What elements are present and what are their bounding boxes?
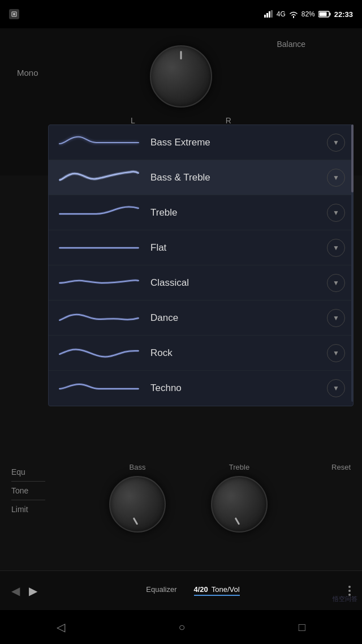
rock-label: Rock [150, 347, 327, 359]
list-item[interactable]: Bass & Treble ▼ [49, 160, 353, 195]
treble-knob-container: Treble [211, 463, 268, 533]
tab-tonevol: 4/20Tone/Vol [194, 585, 240, 596]
list-item[interactable]: Rock ▼ [49, 336, 353, 371]
preset-dropdown: Bass Extreme ▼ Bass & Treble ▼ Treble ▼ [48, 124, 354, 406]
svg-rect-8 [319, 12, 326, 16]
left-labels: Equ Tone Limit [11, 446, 45, 518]
svg-rect-7 [329, 13, 330, 16]
lr-labels: L R [0, 116, 362, 125]
flat-waveform [57, 238, 141, 257]
flat-arrow[interactable]: ▼ [327, 239, 345, 257]
bass-knob-label: Bass [130, 463, 146, 471]
bass-knob[interactable] [109, 476, 166, 533]
nav-tabs: Equalizer 4/20Tone/Vol [146, 585, 239, 596]
notification-icon [9, 9, 19, 19]
list-item[interactable]: Treble ▼ [49, 195, 353, 230]
android-recents[interactable]: □ [299, 621, 305, 634]
equ-label: Equ [11, 463, 45, 482]
bass-extreme-waveform [57, 132, 141, 152]
mono-label: Mono [17, 68, 38, 78]
dot1 [348, 586, 351, 588]
dance-arrow[interactable]: ▼ [327, 309, 345, 327]
list-item[interactable]: Flat ▼ [49, 230, 353, 265]
techno-waveform [57, 379, 141, 398]
treble-label: Treble [150, 207, 327, 218]
app-container: Balance Mono L R Bass Extreme ▼ [0, 28, 362, 644]
list-item[interactable]: Classical ▼ [49, 265, 353, 300]
bass-extreme-arrow[interactable]: ▼ [327, 134, 345, 152]
balance-label: Balance [277, 40, 305, 49]
left-channel-label: L [131, 116, 135, 125]
dance-label: Dance [150, 312, 327, 324]
bass-extreme-label: Bass Extreme [150, 137, 327, 148]
bass-treble-label: Bass & Treble [150, 172, 327, 183]
svg-rect-1 [13, 13, 15, 15]
dance-waveform [57, 308, 141, 328]
android-nav: ◁ ○ □ [0, 610, 362, 644]
right-labels: Reset [331, 446, 351, 471]
rock-waveform [57, 343, 141, 363]
scroll-thumb [351, 124, 354, 192]
watermark: 悟空问答 [328, 593, 362, 606]
battery-percent: 82% [301, 10, 315, 18]
network-label: 4G [277, 10, 286, 18]
treble-arrow[interactable]: ▼ [327, 204, 345, 222]
balance-knob[interactable] [150, 45, 212, 108]
classical-arrow[interactable]: ▼ [327, 274, 345, 292]
treble-waveform [57, 203, 141, 222]
android-home[interactable]: ○ [178, 621, 185, 634]
bass-knob-container: Bass [109, 463, 166, 533]
list-item[interactable]: Dance ▼ [49, 300, 353, 336]
flat-label: Flat [150, 242, 327, 254]
watermark-text: 悟空问答 [333, 595, 357, 603]
svg-rect-2 [264, 15, 266, 18]
bass-treble-arrow[interactable]: ▼ [327, 169, 345, 187]
right-channel-label: R [226, 116, 231, 125]
tab-equalizer[interactable]: Equalizer [146, 585, 176, 596]
tone-label: Tone [11, 482, 45, 500]
classical-waveform [57, 273, 141, 293]
nav-arrows: ◀ ▶ [11, 584, 37, 598]
next-arrow[interactable]: ▶ [29, 584, 37, 598]
scroll-bar [351, 124, 354, 402]
page-indicator: 4/20 [194, 585, 208, 594]
classical-label: Classical [150, 277, 327, 289]
status-left [9, 9, 19, 19]
bottom-nav: ◀ ▶ Equalizer 4/20Tone/Vol [0, 570, 362, 610]
signal-icon [264, 10, 273, 18]
rock-arrow[interactable]: ▼ [327, 344, 345, 362]
android-back[interactable]: ◁ [57, 620, 65, 634]
list-item[interactable]: Techno ▼ [49, 371, 353, 406]
prev-arrow[interactable]: ◀ [11, 584, 20, 598]
svg-rect-5 [271, 10, 273, 18]
reset-label: Reset [331, 463, 351, 471]
bottom-controls-area: Equ Tone Limit Bass Treble Reset [0, 446, 362, 570]
bottom-knobs-area: Bass Treble [45, 446, 331, 533]
wifi-icon [289, 11, 298, 18]
battery-icon [318, 11, 331, 18]
bass-treble-waveform [57, 168, 141, 187]
clock-time: 22:33 [334, 10, 353, 19]
limit-label: Limit [11, 500, 45, 518]
status-bar: 4G 82% 22:33 [0, 0, 362, 28]
dot2 [348, 590, 351, 592]
list-item[interactable]: Bass Extreme ▼ [49, 125, 353, 160]
svg-rect-3 [266, 13, 268, 18]
nav-center: Equalizer 4/20Tone/Vol [146, 585, 239, 596]
techno-arrow[interactable]: ▼ [327, 379, 345, 397]
tone-vol-tab[interactable]: Tone/Vol [212, 585, 240, 594]
status-right: 4G 82% 22:33 [264, 10, 353, 19]
techno-label: Techno [150, 383, 327, 394]
svg-rect-4 [269, 11, 270, 18]
treble-knob[interactable] [211, 476, 268, 533]
treble-knob-label: Treble [229, 463, 249, 471]
